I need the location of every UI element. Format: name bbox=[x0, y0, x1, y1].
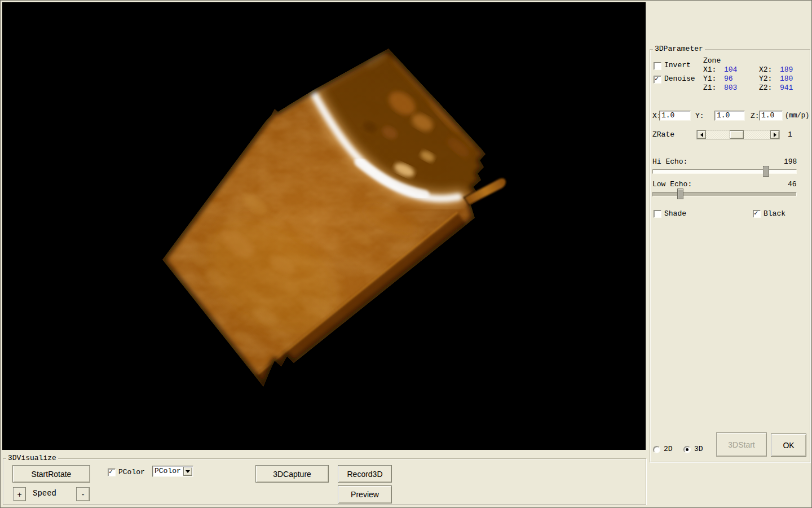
voxel-y-label: Y: bbox=[695, 112, 704, 120]
speed-minus-button[interactable]: - bbox=[76, 487, 90, 501]
chevron-down-icon bbox=[186, 470, 190, 475]
zone-y2-value: 180 bbox=[780, 75, 793, 83]
param-groupbox: 3DParameter Invert Denoise Zone X1: 104 … bbox=[650, 49, 810, 462]
zone-x2-label: X2: bbox=[759, 66, 772, 74]
hi-echo-value: 198 bbox=[784, 158, 797, 166]
mode-2d-label: 2D bbox=[664, 445, 673, 453]
denoise-checkbox[interactable] bbox=[654, 76, 661, 84]
zone-title: Zone bbox=[703, 57, 721, 65]
voxel-z-input[interactable]: 1.0 bbox=[759, 111, 783, 121]
render-viewport[interactable] bbox=[2, 2, 646, 450]
arrow-right-icon bbox=[774, 133, 779, 137]
visualize-group-title: 3DVisualize bbox=[6, 454, 58, 462]
invert-label: Invert bbox=[664, 62, 691, 69]
voxel-x-input[interactable]: 1.0 bbox=[659, 111, 691, 121]
shade-label: Shade bbox=[664, 210, 686, 218]
hi-echo-slider-track[interactable] bbox=[652, 169, 797, 174]
pcolor-checkbox[interactable] bbox=[108, 468, 116, 476]
start-rotate-button[interactable]: StartRotate bbox=[12, 465, 90, 483]
pcolor-label: PColor bbox=[118, 468, 145, 476]
zrate-scroll-thumb[interactable] bbox=[730, 130, 744, 139]
black-checkbox[interactable] bbox=[753, 210, 761, 218]
zone-y2-label: Y2: bbox=[759, 75, 772, 83]
pcolor-dropdown-value: PColor bbox=[155, 467, 181, 476]
preview-button[interactable]: Preview bbox=[338, 485, 392, 503]
zone-z1-value: 803 bbox=[724, 84, 737, 92]
zone-x1-value: 104 bbox=[724, 66, 737, 74]
pcolor-dropdown[interactable]: PColor bbox=[152, 466, 193, 477]
voxel-unit-label: (mm/p) bbox=[785, 112, 809, 120]
mode-3d-radio[interactable] bbox=[683, 446, 691, 453]
voxel-z-label: Z: bbox=[751, 112, 760, 120]
zone-y1-label: Y1: bbox=[703, 75, 716, 83]
low-echo-slider-thumb[interactable] bbox=[677, 189, 683, 199]
hi-echo-slider-thumb[interactable] bbox=[763, 166, 769, 177]
zrate-value: 1 bbox=[788, 131, 792, 139]
zrate-scroll-left-button[interactable] bbox=[697, 130, 706, 139]
zrate-scroll-right-button[interactable] bbox=[770, 130, 779, 139]
zrate-label: ZRate bbox=[652, 131, 674, 139]
mode-3d-label: 3D bbox=[694, 445, 703, 453]
pcolor-dropdown-button[interactable] bbox=[183, 467, 192, 476]
speed-plus-button[interactable]: + bbox=[13, 487, 26, 501]
zrate-scrollbar[interactable] bbox=[696, 130, 780, 139]
zone-x1-label: X1: bbox=[703, 66, 716, 74]
speed-label: Speed bbox=[33, 489, 56, 497]
mode-2d-radio[interactable] bbox=[653, 446, 660, 453]
invert-checkbox[interactable] bbox=[654, 62, 661, 70]
ultrasound-volume-render bbox=[2, 2, 646, 450]
param-group-title: 3DParameter bbox=[653, 45, 705, 53]
zone-z1-label: Z1: bbox=[703, 84, 716, 92]
hi-echo-label: Hi Echo: bbox=[652, 158, 687, 166]
low-echo-slider-track[interactable] bbox=[652, 192, 797, 196]
app-window: 3DParameter Invert Denoise Zone X1: 104 … bbox=[0, 0, 812, 508]
shade-checkbox[interactable] bbox=[654, 210, 661, 218]
arrow-left-icon bbox=[698, 133, 703, 137]
zone-z2-value: 941 bbox=[780, 84, 793, 92]
voxel-y-input[interactable]: 1.0 bbox=[714, 111, 745, 121]
ok-button[interactable]: OK bbox=[771, 433, 806, 457]
zone-x2-value: 189 bbox=[780, 66, 793, 74]
low-echo-value: 46 bbox=[788, 181, 797, 189]
denoise-label: Denoise bbox=[664, 75, 695, 83]
zone-y1-value: 96 bbox=[724, 75, 733, 83]
record-3d-button[interactable]: Record3D bbox=[338, 465, 392, 483]
start-3d-button[interactable]: 3DStart bbox=[716, 432, 767, 457]
capture-3d-button[interactable]: 3DCapture bbox=[255, 465, 329, 483]
black-label: Black bbox=[764, 210, 785, 218]
visualize-groupbox: 3DVisualize StartRotate PColor PColor 3D… bbox=[3, 458, 646, 505]
low-echo-label: Low Echo: bbox=[652, 181, 692, 189]
zone-z2-label: Z2: bbox=[759, 84, 772, 92]
